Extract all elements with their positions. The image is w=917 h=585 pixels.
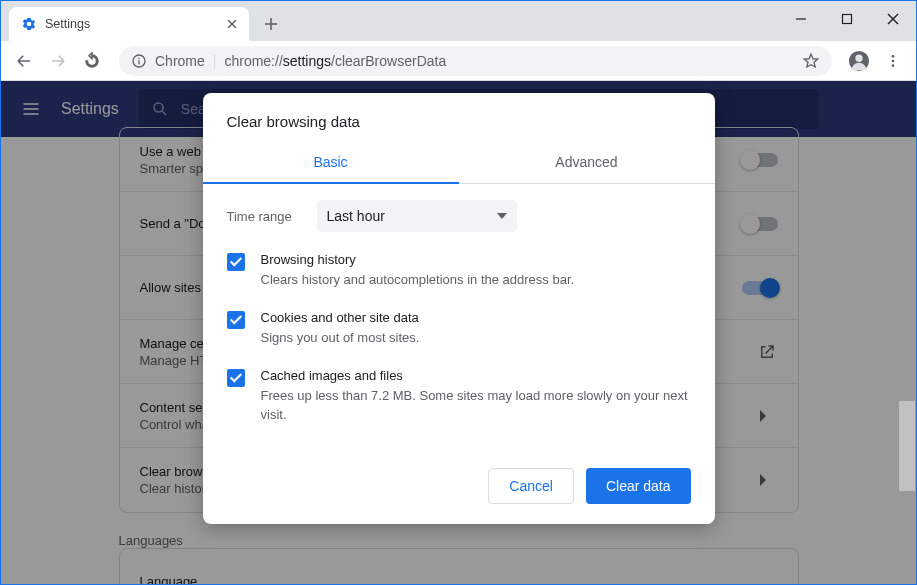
svg-point-14 [892, 59, 895, 62]
option-cookies[interactable]: Cookies and other site data Signs you ou… [227, 310, 691, 348]
svg-point-13 [892, 55, 895, 58]
time-range-select[interactable]: Last hour [317, 200, 517, 232]
svg-rect-10 [138, 60, 139, 64]
new-tab-button[interactable] [257, 10, 285, 38]
clear-data-button[interactable]: Clear data [586, 468, 691, 504]
tab-title: Settings [45, 17, 219, 31]
forward-button[interactable] [43, 46, 73, 76]
clear-browsing-data-dialog: Clear browsing data Basic Advanced Time … [203, 93, 715, 524]
close-window-button[interactable] [870, 3, 916, 35]
menu-button[interactable] [878, 46, 908, 76]
svg-point-12 [855, 54, 862, 61]
minimize-button[interactable] [778, 3, 824, 35]
gear-icon [21, 16, 37, 32]
reload-button[interactable] [77, 46, 107, 76]
dropdown-arrow-icon [497, 213, 507, 219]
option-cache[interactable]: Cached images and files Frees up less th… [227, 368, 691, 425]
profile-avatar[interactable] [844, 46, 874, 76]
time-range-label: Time range [227, 209, 297, 224]
address-bar[interactable]: Chrome | chrome://settings/clearBrowserD… [119, 46, 832, 76]
site-info-icon[interactable] [131, 53, 147, 69]
dialog-title: Clear browsing data [203, 93, 715, 130]
svg-rect-1 [843, 15, 852, 24]
maximize-button[interactable] [824, 3, 870, 35]
checkbox[interactable] [227, 369, 245, 387]
omnibox-url: chrome://settings/clearBrowserData [224, 53, 446, 69]
toolbar: Chrome | chrome://settings/clearBrowserD… [1, 41, 916, 81]
browser-tab[interactable]: Settings [9, 7, 249, 41]
svg-point-15 [892, 64, 895, 67]
tab-advanced[interactable]: Advanced [459, 142, 715, 183]
dialog-tabs: Basic Advanced [203, 142, 715, 184]
omnibox-chrome-label: Chrome [155, 53, 205, 69]
bookmark-star-icon[interactable] [802, 52, 820, 70]
close-tab-icon[interactable] [227, 19, 237, 29]
cancel-button[interactable]: Cancel [488, 468, 574, 504]
option-browsing-history[interactable]: Browsing history Clears history and auto… [227, 252, 691, 290]
checkbox[interactable] [227, 311, 245, 329]
scrollbar[interactable] [899, 401, 915, 491]
svg-point-9 [138, 57, 140, 59]
checkbox[interactable] [227, 253, 245, 271]
tab-basic[interactable]: Basic [203, 142, 459, 184]
back-button[interactable] [9, 46, 39, 76]
